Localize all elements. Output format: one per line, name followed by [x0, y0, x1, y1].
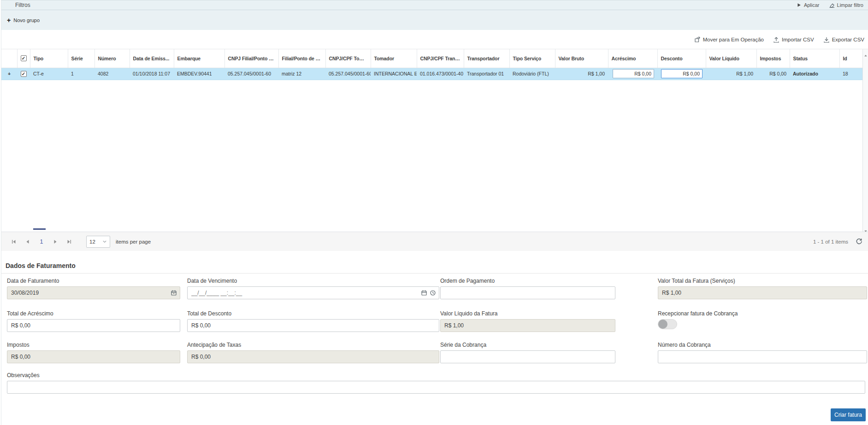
filter-panel: Filtros Aplicar Limpar filtro +	[1, 0, 868, 30]
ordem-pagamento-label: Ordem de Pagamento	[440, 278, 615, 284]
antecipacao-label: Antecipação de Taxas	[187, 342, 439, 348]
eraser-icon	[829, 2, 835, 8]
header-cnpj-transportador[interactable]: CNPJ/CPF Transp...	[417, 49, 464, 68]
table-row[interactable]: + ✓ CT-e 1 4082 01/10/2018 11:07 EMBDEV.…	[1, 68, 862, 80]
header-cnpj-tomador[interactable]: CNPJ/CPF Tomador	[325, 49, 371, 68]
cell-data-emissao: 01/10/2018 11:07	[130, 68, 174, 80]
calendar-icon[interactable]	[171, 290, 177, 296]
status-badge: Autorizado	[790, 68, 839, 80]
data-vencimento-label: Data de Vencimento	[187, 278, 439, 284]
cell-tipo-servico: Rodoviário (FTL)	[509, 68, 555, 80]
header-cnpj-filial[interactable]: CNPJ Filial/Ponto de ...	[224, 49, 278, 68]
header-tipo-servico[interactable]: Tipo Serviço	[509, 49, 555, 68]
items-per-page-label: items per page	[116, 239, 151, 245]
calendar-icon[interactable]	[421, 290, 427, 296]
cell-cnpj-filial: 05.257.045/0001-60	[224, 68, 278, 80]
numero-cobranca-input[interactable]	[658, 350, 867, 363]
scroll-up-icon[interactable]	[864, 51, 868, 55]
select-all-checkbox[interactable]: ✓	[21, 55, 27, 61]
header-impostos[interactable]: Impostos	[756, 49, 790, 68]
serie-cobranca-label: Série da Cobrança	[440, 342, 615, 348]
header-acrescimo[interactable]: Acréscimo	[608, 49, 657, 68]
new-group-label: Novo grupo	[13, 17, 40, 23]
cell-valor-liquido: R$ 1,00	[706, 68, 756, 80]
field-total-acrescimo: Total de Acréscimo	[7, 310, 180, 332]
vertical-scrollbar[interactable]	[862, 49, 868, 232]
clear-filter-label: Limpar filtro	[837, 2, 863, 8]
header-tomador[interactable]: Tomador	[371, 49, 417, 68]
move-box-icon	[694, 36, 701, 43]
field-data-faturamento: Data de Faturamento	[7, 278, 180, 299]
prev-page-button[interactable]	[21, 235, 35, 248]
field-numero-cobranca: Número da Cobrança	[658, 342, 867, 363]
ordem-pagamento-input[interactable]	[440, 286, 615, 299]
header-transportador[interactable]: Transportador	[464, 49, 509, 68]
header-serie[interactable]: Série	[68, 49, 94, 68]
header-tipo[interactable]: Tipo	[30, 49, 68, 68]
clock-icon[interactable]	[430, 290, 436, 296]
field-recepcionar: Recepcionar fatura de Cobrança	[658, 310, 867, 331]
cell-cnpj-tomador: 05.257.045/0001-60	[325, 68, 371, 80]
header-embarque[interactable]: Embarque	[174, 49, 224, 68]
field-valor-liquido: Valor Líquido da Fatura	[440, 310, 615, 332]
chevron-down-icon	[102, 239, 107, 244]
scroll-down-icon[interactable]	[864, 227, 868, 230]
observacoes-input[interactable]	[7, 381, 865, 394]
observacoes-label: Observações	[7, 372, 865, 378]
first-page-button[interactable]	[7, 235, 21, 248]
clear-filter-button[interactable]: Limpar filtro	[829, 2, 863, 8]
cell-transportador: Transportador 01	[464, 68, 509, 80]
move-to-operation-button[interactable]: Mover para Em Operação	[694, 36, 764, 43]
valor-liquido-input	[440, 319, 615, 332]
cell-acrescimo	[608, 68, 657, 80]
data-vencimento-input[interactable]	[187, 286, 439, 299]
total-desconto-input[interactable]	[187, 319, 439, 332]
header-desconto[interactable]: Desconto	[657, 49, 706, 68]
header-filial[interactable]: Filial/Ponto de O...	[278, 49, 325, 68]
header-valor-bruto[interactable]: Valor Bruto	[555, 49, 608, 68]
next-page-button[interactable]	[48, 235, 62, 248]
header-status[interactable]: Status	[790, 49, 839, 68]
create-invoice-button[interactable]: Criar fatura	[831, 408, 866, 421]
page-number[interactable]: 1	[35, 239, 48, 245]
export-csv-button[interactable]: Exportar CSV	[823, 36, 864, 43]
pager-right: 1 - 1 of 1 items	[813, 238, 862, 245]
import-csv-button[interactable]: Importar CSV	[773, 36, 814, 43]
field-impostos: Impostos	[7, 342, 180, 363]
field-serie-cobranca: Série da Cobrança	[440, 342, 615, 363]
header-id[interactable]: Id	[839, 49, 862, 68]
documents-grid: ✓ Tipo Série Número Data de Emiss... Emb…	[1, 49, 868, 232]
cell-id: 18	[839, 68, 862, 80]
play-icon	[796, 2, 802, 8]
filters-title: Filtros	[15, 2, 30, 8]
toggle-knob	[658, 320, 667, 329]
last-page-button[interactable]	[62, 235, 76, 248]
cell-serie: 1	[68, 68, 94, 80]
recepcionar-toggle[interactable]	[658, 319, 677, 329]
apply-filter-button[interactable]: Aplicar	[796, 2, 820, 8]
acrescimo-input[interactable]	[613, 69, 654, 78]
filter-body: + Novo grupo	[1, 10, 868, 30]
new-group-button[interactable]: + Novo grupo	[7, 17, 40, 23]
valor-total-input	[658, 286, 867, 299]
row-checkbox[interactable]: ✓	[21, 71, 27, 77]
data-faturamento-label: Data de Faturamento	[7, 278, 180, 284]
data-faturamento-input[interactable]	[7, 286, 180, 299]
horizontal-scrollbar-thumb[interactable]	[33, 228, 46, 230]
grid-toolbar: Mover para Em Operação Importar CSV Expo…	[1, 33, 867, 46]
cell-numero: 4082	[94, 68, 130, 80]
recepcionar-label: Recepcionar fatura de Cobrança	[658, 310, 867, 317]
refresh-button[interactable]	[856, 238, 862, 245]
header-numero[interactable]: Número	[94, 49, 130, 68]
pager-info: 1 - 1 of 1 items	[813, 239, 848, 245]
serie-cobranca-input[interactable]	[440, 350, 615, 363]
page-size-dropdown[interactable]: 12	[86, 236, 110, 248]
total-acrescimo-input[interactable]	[7, 319, 180, 332]
cell-desconto	[657, 68, 706, 80]
export-csv-label: Exportar CSV	[832, 37, 864, 42]
desconto-input[interactable]	[661, 69, 703, 78]
header-data-emissao[interactable]: Data de Emiss...	[130, 49, 174, 68]
header-valor-liquido[interactable]: Valor Líquido	[706, 49, 756, 68]
row-expand-button[interactable]: +	[1, 68, 17, 80]
pager: 1 12 items per page 1 - 1 of 1 items	[1, 232, 868, 251]
